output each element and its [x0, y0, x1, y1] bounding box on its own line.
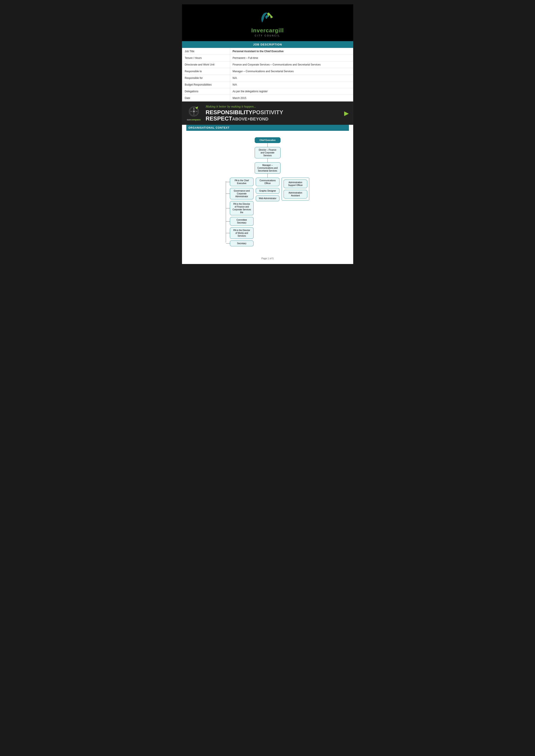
- logo-text: Invercargill: [251, 27, 284, 34]
- jd-value-job-title: Personal Assistant to the Chief Executiv…: [230, 48, 353, 55]
- jd-label-resp-to: Responsible to: [182, 68, 230, 75]
- left-node-row-6: Secretary: [226, 240, 254, 246]
- left-node-row-3: PA to the Director of Finance and Corpor…: [226, 201, 254, 215]
- compass-label: ourcompass: [187, 118, 201, 121]
- jd-value-resp-to: Manager – Communications and Secretarial…: [230, 68, 353, 75]
- page: Invercargill CITY COUNCIL JOB DESCRIPTIO…: [182, 4, 353, 264]
- node-governance: Governance and Corporate Administrator: [230, 188, 254, 199]
- node-comms-officer: Communications Officer: [256, 177, 279, 186]
- org-bottom-row: PA to the Chief Executive Governance and…: [188, 177, 347, 246]
- jd-section-header: JOB DESCRIPTION: [182, 41, 353, 48]
- table-row: Responsible for N/A: [182, 75, 353, 81]
- node-manager-comms: Manager – Communications and Secretarial…: [255, 162, 281, 174]
- node-pa-chief: PA to the Chief Executive: [230, 177, 254, 186]
- table-row: Delegations As per the delegations regis…: [182, 88, 353, 95]
- jd-value-resp-for: N/A: [230, 75, 353, 81]
- org-chart-top: Chief Executive Director – Finance and C…: [188, 137, 347, 246]
- table-row: Tenure / Hours Permanent – Full-time: [182, 55, 353, 62]
- jd-value-date: March 2015: [230, 95, 353, 101]
- svg-point-7: [193, 110, 195, 113]
- jd-label-directorate: Directorate and Work Unit: [182, 62, 230, 68]
- left-node-row-5: PA to the Director of Works and Services: [226, 228, 254, 239]
- org-left-col: PA to the Chief Executive Governance and…: [226, 177, 254, 246]
- jd-value-directorate: Finance and Corporate Services – Communi…: [230, 62, 353, 68]
- h-conn-6: [226, 243, 230, 244]
- header: Invercargill CITY COUNCIL: [182, 4, 353, 41]
- jd-table: Job Title Personal Assistant to the Chie…: [182, 48, 353, 101]
- left-node-row-1: PA to the Chief Executive: [226, 177, 254, 186]
- table-row: Job Title Personal Assistant to the Chie…: [182, 48, 353, 55]
- node-graphic-designer: Graphic Designer: [256, 188, 279, 194]
- jd-value-delegations: As per the delegations register: [230, 88, 353, 95]
- h-conn-4: [226, 221, 230, 222]
- org-right-col: Administration Support Officer Administr…: [282, 177, 309, 201]
- left-branch: PA to the Chief Executive Governance and…: [226, 177, 254, 246]
- jd-value-budget: N/A: [230, 81, 353, 88]
- jd-value-tenure: Permanent – Full-time: [230, 55, 353, 62]
- banner-words-line1: RESPONSIBILITYPOSITIVITY: [206, 109, 342, 116]
- jd-label-date: Date: [182, 95, 230, 101]
- banner-tagline: Making it better by making it happen...: [206, 105, 342, 108]
- node-secretary: Secretary: [230, 240, 254, 246]
- banner-arrow-icon: ▶: [344, 110, 349, 117]
- org-mid-col: Communications Officer Graphic Designer …: [256, 177, 279, 201]
- node-pa-works: PA to the Director of Works and Services: [230, 228, 254, 239]
- table-row: Budget Responsibilities N/A: [182, 81, 353, 88]
- jd-label-tenure: Tenure / Hours: [182, 55, 230, 62]
- left-node-row-4: Committee Secretary: [226, 217, 254, 226]
- left-node-row-2: Governance and Corporate Administrator: [226, 188, 254, 199]
- org-chart: Chief Executive Director – Finance and C…: [186, 135, 349, 249]
- node-pa-director-finance: PA to the Director of Finance and Corpor…: [230, 201, 254, 215]
- node-admin-support: Administration Support Officer: [284, 179, 307, 188]
- right-box: Administration Support Officer Administr…: [282, 177, 309, 201]
- node-committee-secretary: Committee Secretary: [230, 217, 254, 226]
- invercargill-logo-icon: [259, 11, 276, 26]
- logo-subtitle: CITY COUNCIL: [255, 35, 280, 37]
- table-row: Date March 2015: [182, 95, 353, 101]
- org-section-header: ORGANISATIONAL CONTEXT: [186, 125, 349, 131]
- page-footer: Page 1 of 5: [182, 253, 353, 264]
- compass-logo: ourcompass: [186, 105, 201, 121]
- compass-icon: [186, 105, 201, 118]
- left-branch-container: PA to the Chief Executive Governance and…: [226, 177, 254, 246]
- h-conn-3: [226, 208, 230, 208]
- banner-text: Making it better by making it happen... …: [206, 105, 342, 122]
- jd-label-resp-for: Responsible for: [182, 75, 230, 81]
- table-row: Responsible to Manager – Communications …: [182, 68, 353, 75]
- node-director-finance: Director – Finance and Corporate Service…: [255, 147, 281, 158]
- table-row: Directorate and Work Unit Finance and Co…: [182, 62, 353, 68]
- org-section: ORGANISATIONAL CONTEXT Chief Executive D…: [182, 125, 353, 253]
- node-web-admin: Web Administrator: [256, 196, 279, 201]
- jd-label-budget: Budget Responsibilities: [182, 81, 230, 88]
- jd-label-delegations: Delegations: [182, 88, 230, 95]
- logo-container: Invercargill CITY COUNCIL: [186, 11, 349, 37]
- left-nodes-stack: PA to the Chief Executive Governance and…: [226, 177, 254, 246]
- banner-section: ourcompass Making it better by making it…: [182, 101, 353, 125]
- node-admin-assistant: Administration Assistant: [284, 190, 307, 199]
- jd-label-job-title: Job Title: [182, 48, 230, 55]
- job-description-section: JOB DESCRIPTION Job Title Personal Assis…: [182, 41, 353, 101]
- h-conn-1: [226, 182, 230, 182]
- banner-words-line2: RESPECTABOVE+BEYOND: [206, 116, 342, 122]
- node-chief-executive: Chief Executive: [255, 137, 281, 143]
- page-number: Page 1 of 5: [261, 257, 273, 260]
